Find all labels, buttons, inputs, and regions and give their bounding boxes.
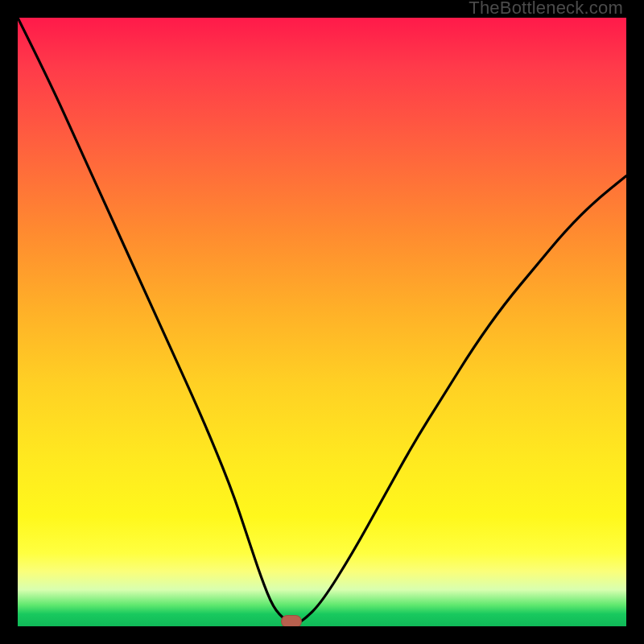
watermark-text: TheBottleneck.com [469,0,623,19]
chart-stage: TheBottleneck.com [0,0,644,644]
chart-frame [0,0,644,644]
